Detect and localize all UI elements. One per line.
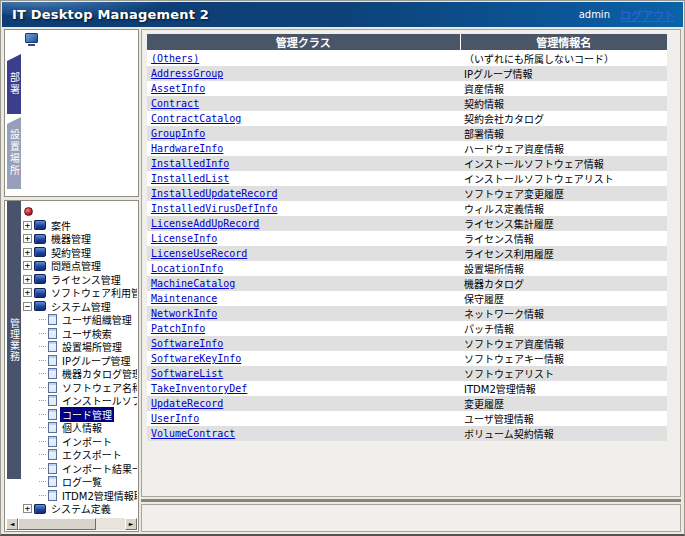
expand-icon[interactable]: + [23,261,32,270]
class-link[interactable]: Maintenance [151,293,217,304]
class-link[interactable]: SoftwareInfo [151,338,223,349]
class-link[interactable]: SoftwareList [151,368,223,379]
info-name-cell: IPグループ情報 [460,66,667,81]
tree-item-コード管理[interactable]: コード管理 [23,408,137,422]
book-icon [34,220,46,230]
scroll-right-button[interactable]: ► [125,518,137,530]
tree-connector [39,495,46,496]
class-link[interactable]: UpdateRecord [151,398,223,409]
tree-connector [39,400,46,401]
class-cell: NetworkInfo [147,306,460,321]
tree-item-問題点管理[interactable]: +問題点管理 [23,259,137,273]
class-link[interactable]: ContractCatalog [151,113,241,124]
page-icon [48,382,57,393]
tree-item-インストールソフトウェ[interactable]: インストールソフトウェ [23,394,137,408]
class-link[interactable]: LicenseInfo [151,233,217,244]
info-name-cell: パッチ情報 [460,321,667,336]
class-link[interactable]: AssetInfo [151,83,205,94]
horizontal-scrollbar[interactable]: ◄ ► [6,518,137,530]
content-panel: 管理クラス 管理情報名 (Others)（いずれにも所属しないコード）Addre… [141,29,681,497]
tree-item-インポート[interactable]: インポート [23,435,137,449]
expand-icon[interactable]: + [23,288,32,297]
class-link[interactable]: (Others) [151,53,199,64]
class-link[interactable]: LocationInfo [151,263,223,274]
tree-item-ソフトウェア利用管理[interactable]: +ソフトウェア利用管理 [23,286,137,300]
class-link[interactable]: TakeInventoryDef [151,383,247,394]
left-column: 部署 設置場所 管理業務 +案件+機器管理+契約管理+問題点管理+ライセンス管理… [2,29,139,535]
tree-item-IPグループ管理[interactable]: IPグループ管理 [23,354,137,368]
tree-item-root[interactable] [23,205,137,219]
tree-item-ITDM2管理情報取得[interactable]: ITDM2管理情報取得 [23,489,137,503]
class-cell: SoftwareList [147,366,460,381]
info-name-cell: ソフトウェアキー情報 [460,351,667,366]
horizontal-splitter[interactable] [141,497,681,504]
tab-department[interactable]: 部署 [7,54,21,114]
tree-item-機器カタログ管理[interactable]: 機器カタログ管理 [23,367,137,381]
tree-item-ユーザ組織管理[interactable]: ユーザ組織管理 [23,313,137,327]
class-link[interactable]: UserInfo [151,413,199,424]
info-name-cell: ユーザ管理情報 [460,411,667,426]
tree-item-ユーザ検索[interactable]: ユーザ検索 [23,327,137,341]
tree-connector [39,414,46,415]
page-icon [48,449,57,460]
management-class-table: 管理クラス 管理情報名 (Others)（いずれにも所属しないコード）Addre… [147,34,667,441]
class-link[interactable]: Contract [151,98,199,109]
info-name-cell: 契約情報 [460,96,667,111]
class-link[interactable]: InstalledUpdateRecord [151,188,277,199]
tree-item-エクスポート[interactable]: エクスポート [23,448,137,462]
scroll-left-button[interactable]: ◄ [6,518,18,530]
page-icon [48,490,57,501]
info-name-cell: （いずれにも所属しないコード） [460,51,667,67]
class-link[interactable]: PatchInfo [151,323,205,334]
tree-item-ライセンス管理[interactable]: +ライセンス管理 [23,273,137,287]
expand-icon[interactable]: + [23,248,32,257]
table-row: InstalledVirusDefInfoウィルス定義情報 [147,201,667,216]
main-layout: 部署 設置場所 管理業務 +案件+機器管理+契約管理+問題点管理+ライセンス管理… [2,27,683,535]
tree-item-設置場所管理[interactable]: 設置場所管理 [23,340,137,354]
tree-item-ソフトウェア名称管理[interactable]: ソフトウェア名称管理 [23,381,137,395]
tree-item-案件[interactable]: +案件 [23,219,137,233]
class-link[interactable]: MachineCatalog [151,278,235,289]
tree-item-システム管理[interactable]: −システム管理 [23,300,137,314]
class-cell: MachineCatalog [147,276,460,291]
class-link[interactable]: InstalledVirusDefInfo [151,203,277,214]
expand-icon[interactable]: + [23,221,32,230]
class-link[interactable]: GroupInfo [151,128,205,139]
info-name-cell: インストールソフトウェアリスト [460,171,667,186]
tree-item-個人情報[interactable]: 個人情報 [23,421,137,435]
class-link[interactable]: HardwareInfo [151,143,223,154]
class-link[interactable]: SoftwareKeyInfo [151,353,241,364]
book-icon [34,234,46,244]
class-link[interactable]: VolumeContract [151,428,235,439]
tree-connector [39,454,46,455]
class-link[interactable]: LicenseUseRecord [151,248,247,259]
collapse-icon[interactable]: − [23,302,32,311]
tree-item-契約管理[interactable]: +契約管理 [23,246,137,260]
class-link[interactable]: InstalledList [151,173,229,184]
info-name-cell: ウィルス定義情報 [460,201,667,216]
expand-icon[interactable]: + [23,234,32,243]
class-link[interactable]: InstalledInfo [151,158,229,169]
expand-icon[interactable]: + [23,275,32,284]
tree-item-ログ一覧[interactable]: ログ一覧 [23,475,137,489]
scrollbar-track[interactable] [96,518,125,530]
class-cell: LicenseUseRecord [147,246,460,261]
class-cell: Contract [147,96,460,111]
tree-item-label: システム定義 [49,501,113,516]
page-icon [48,395,57,406]
page-icon [48,422,57,433]
table-row: InstalledInfoインストールソフトウェア情報 [147,156,667,171]
tree-item-インポート結果一覧[interactable]: インポート結果一覧 [23,462,137,476]
class-link[interactable]: LicenseAddUpRecord [151,218,259,229]
class-link[interactable]: AddressGroup [151,68,223,79]
tab-management-task[interactable]: 管理業務 [7,201,21,479]
tree-item-機器管理[interactable]: +機器管理 [23,232,137,246]
scrollbar-thumb[interactable] [18,518,96,530]
tree-item-システム定義[interactable]: +システム定義 [23,502,137,516]
logout-link[interactable]: ログアウト [620,7,675,23]
class-link[interactable]: NetworkInfo [151,308,217,319]
class-cell: LicenseAddUpRecord [147,216,460,231]
expand-icon[interactable]: + [23,504,32,513]
tab-location[interactable]: 設置場所 [7,117,21,189]
table-row: HardwareInfoハードウェア資産情報 [147,141,667,156]
